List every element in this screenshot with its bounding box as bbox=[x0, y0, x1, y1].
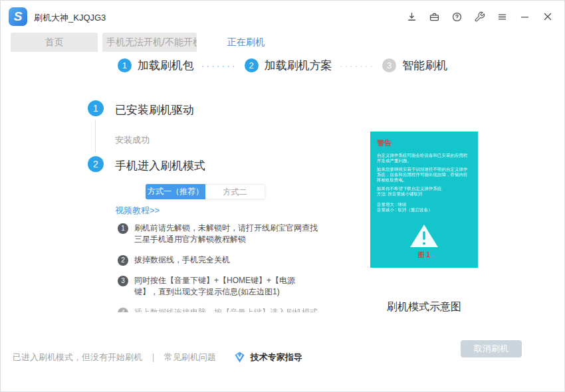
flow-step-2-circle: 2 bbox=[88, 156, 104, 172]
progress-step-2-circle: 2 bbox=[245, 58, 259, 72]
illustration-text: 如果您要继续安装于识别途径不明的自定义操作系统，设备和应用程序可能出现故障，存储… bbox=[377, 167, 471, 183]
instruction-item-4-clipped: 4 插上数据线连接电脑，按【音量上键】进入刷机模式 bbox=[118, 307, 318, 312]
illustration-warning-title: 警告 bbox=[377, 138, 471, 148]
expert-badge-icon bbox=[233, 351, 246, 363]
video-tutorial-link[interactable]: 视频教程>> bbox=[115, 205, 160, 217]
illustration-caption: 刷机模式示意图 bbox=[370, 300, 478, 314]
flow-step-2-title: 手机进入刷机模式 bbox=[115, 158, 205, 173]
instruction-item-3: 3 同时按住【音量下键】+【HOME键】+【电源键】，直到出现文字提示信息(如左… bbox=[118, 275, 318, 298]
instruction-2-text: 拔掉数据线，手机完全关机 bbox=[134, 254, 230, 266]
instruction-2-number: 2 bbox=[118, 255, 128, 266]
menu-icon[interactable] bbox=[497, 11, 508, 23]
illustration-text: 如果你不希望下载自定义操作系统 bbox=[377, 186, 471, 191]
instruction-3-text: 同时按住【音量下键】+【HOME键】+【电源键】，直到出现文字提示信息(如左边图… bbox=[134, 275, 318, 298]
tab-home[interactable]: 首页 bbox=[11, 33, 98, 52]
app-logo-icon: S bbox=[9, 7, 27, 26]
flow-step-1-circle: 1 bbox=[88, 100, 104, 116]
status-bar: 已进入刷机模式，但没有开始刷机 ｜ 常见刷机问题 技术专家指导 bbox=[13, 351, 302, 363]
progress-steps: 1 加载刷机包 ······· 2 加载刷机方案 ······· 3 智能刷机 bbox=[1, 58, 564, 73]
flow-step-1-title: 已安装刷机驱动 bbox=[115, 102, 194, 118]
progress-step-3-circle: 3 bbox=[382, 58, 396, 72]
titlebar-actions bbox=[406, 11, 554, 23]
progress-step-3-label: 智能刷机 bbox=[402, 58, 447, 73]
flow-step-1-status: 安装成功 bbox=[115, 134, 150, 146]
illustration-text: 自定义操作系统可能会给设备和已安装的应用程序造成严重问题。 bbox=[377, 153, 471, 163]
instruction-item-1: 1 刷机前请先解锁，未解锁时，请打开线刷宝官网查找三星手机通用官方解锁教程解锁 bbox=[118, 223, 318, 245]
mode-switcher: 方式一（推荐） 方式二 bbox=[146, 184, 265, 199]
illustration-text: 音量减小 : 取消（重启设备） bbox=[377, 207, 471, 213]
instruction-4-number: 4 bbox=[118, 308, 128, 312]
toolbox-icon[interactable] bbox=[429, 11, 440, 23]
tab-cannot-boot[interactable]: 手机无法开机/不能开机 bbox=[102, 33, 197, 52]
illustration-text: 音量增大 : 继续 bbox=[377, 202, 471, 207]
tab-bar: 首页 手机无法开机/不能开机 正在刷机 bbox=[1, 33, 564, 52]
progress-step-1-label: 加载刷机包 bbox=[138, 58, 194, 73]
progress-connector-2: ······· bbox=[340, 60, 376, 71]
illustration-text: 方法: 按音量减小键取消 bbox=[377, 191, 471, 197]
status-text: 已进入刷机模式，但没有开始刷机 bbox=[13, 351, 142, 363]
faq-link[interactable]: 常见刷机问题 bbox=[164, 351, 216, 363]
instruction-1-text: 刷机前请先解锁，未解锁时，请打开线刷宝官网查找三星手机通用官方解锁教程解锁 bbox=[134, 223, 318, 245]
mode-2-button[interactable]: 方式二 bbox=[205, 184, 265, 199]
warning-triangle-icon bbox=[409, 223, 439, 248]
instruction-3-number: 3 bbox=[118, 276, 128, 286]
download-icon[interactable] bbox=[406, 11, 417, 23]
status-divider: ｜ bbox=[149, 351, 158, 363]
progress-step-1-circle: 1 bbox=[118, 58, 132, 72]
help-icon[interactable] bbox=[451, 11, 463, 23]
app-window: S 刷机大神_KJQJG3 首页 手机无法开机/不能开机 正在刷机 1 加载刷机… bbox=[0, 0, 565, 392]
progress-step-2-label: 加载刷机方案 bbox=[265, 58, 332, 73]
flash-mode-illustration: 警告 自定义操作系统可能会给设备和已安装的应用程序造成严重问题。 如果您要继续安… bbox=[370, 132, 478, 268]
instruction-1-number: 1 bbox=[118, 223, 128, 234]
close-icon[interactable] bbox=[542, 11, 554, 23]
instruction-item-2: 2 拔掉数据线，手机完全关机 bbox=[118, 254, 318, 266]
repair-tool-icon[interactable] bbox=[474, 11, 485, 23]
instruction-list: 1 刷机前请先解锁，未解锁时，请打开线刷宝官网查找三星手机通用官方解锁教程解锁 … bbox=[118, 223, 318, 312]
minimize-icon[interactable] bbox=[519, 11, 530, 23]
app-title: 刷机大神_KJQJG3 bbox=[34, 12, 106, 24]
progress-connector-1: ······· bbox=[201, 60, 237, 71]
mode-1-button[interactable]: 方式一（推荐） bbox=[146, 184, 205, 199]
cancel-flash-button[interactable]: 取消刷机 bbox=[461, 340, 522, 357]
tab-flashing-active[interactable]: 正在刷机 bbox=[201, 33, 291, 52]
title-bar: S 刷机大神_KJQJG3 bbox=[1, 1, 564, 33]
figure-label: 图 1 bbox=[370, 250, 478, 260]
expert-guidance-link[interactable]: 技术专家指导 bbox=[251, 351, 302, 363]
instruction-4-text: 插上数据线连接电脑，按【音量上键】进入刷机模式 bbox=[134, 307, 318, 312]
flow-connector-line bbox=[95, 120, 96, 153]
